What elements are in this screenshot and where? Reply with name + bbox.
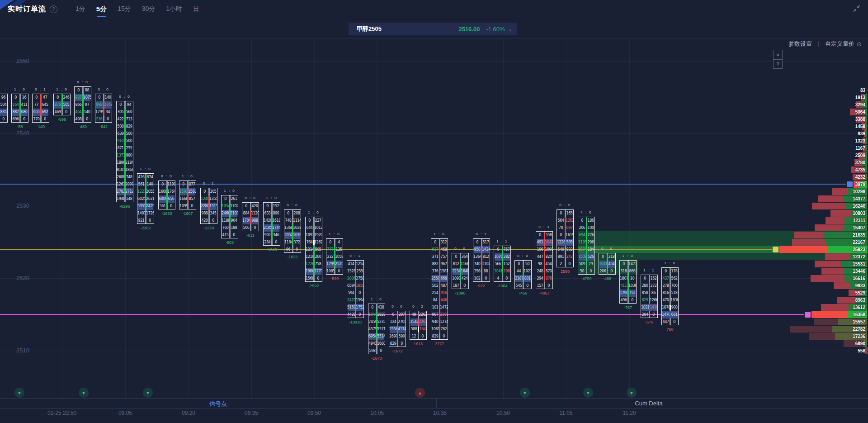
- bid-volume-cell: 740: [473, 261, 481, 268]
- bid-volume-cell: 1407: [137, 210, 145, 217]
- signal-marker-down[interactable]: ▼: [520, 388, 530, 398]
- profile-volume-value: 3388: [855, 116, 865, 123]
- ask-volume-cell: 2007: [125, 181, 133, 188]
- bid-volume-cell: 1948: [117, 195, 124, 203]
- ask-volume-cell: 96: [0, 94, 7, 101]
- bid-volume-cell: 6954: [368, 333, 376, 340]
- ask-volume-cell: 1515: [209, 203, 217, 210]
- time-axis-label: 02-25 22:50: [47, 410, 76, 416]
- ask-volume-cell: 88: [482, 268, 490, 275]
- bid-volume-cell: 639: [117, 130, 124, 138]
- ask-volume-cell: 757: [503, 246, 510, 253]
- bid-volume-cell: 470: [662, 297, 670, 304]
- param-settings-button[interactable]: 参数设置: [788, 40, 812, 48]
- bid-volume-cell: 958: [473, 246, 481, 253]
- bid-volume-cell: 0: [662, 268, 670, 275]
- ask-volume-cell: 276: [587, 232, 594, 239]
- ask-volume-cell: 1027: [524, 268, 531, 275]
- footprint-candle: 0438104418282459523545795571695455144941…: [368, 304, 385, 354]
- ask-volume-cell: 79: [587, 261, 594, 268]
- tab-timeframe-1[interactable]: 5分: [96, 3, 107, 15]
- ask-volume-cell: 188: [230, 224, 238, 232]
- bid-volume-cell: 0: [117, 101, 124, 109]
- collapse-icon[interactable]: [852, 4, 862, 14]
- footprint-candle: 0161644118876806960: [11, 94, 28, 123]
- profile-buy-bar: [866, 116, 867, 123]
- ask-volume-cell: 1568: [188, 188, 196, 195]
- signal-marker-up[interactable]: ▲: [415, 388, 425, 398]
- ask-volume-cell: 2184: [125, 159, 133, 166]
- bid-volume-cell: 1668: [179, 195, 187, 203]
- ask-volume-cell: 86: [650, 290, 657, 297]
- panel-help-button[interactable]: ?: [773, 59, 783, 69]
- bid-volume-cell: 422: [117, 116, 124, 123]
- ask-volume-cell: 242: [566, 253, 573, 261]
- bid-volume-cell: 447: [662, 318, 670, 326]
- ask-volume-cell: 1355: [209, 195, 217, 203]
- bid-volume-cell: 594: [347, 290, 355, 297]
- signal-panel-label[interactable]: 信号点: [0, 400, 436, 408]
- bid-volume-cell: 294: [536, 275, 544, 282]
- ask-volume-cell: 0: [650, 311, 657, 318]
- ask-volume-cell: 748: [125, 174, 133, 181]
- profile-sell-bar: [794, 232, 823, 238]
- stacked-imbalance-ratio: 0 : 0: [279, 203, 306, 207]
- signal-marker-down[interactable]: ▼: [14, 388, 24, 398]
- bid-volume-cell: 644: [306, 224, 313, 232]
- ask-volume-cell: 692: [41, 109, 49, 116]
- tab-timeframe-0[interactable]: 1分: [75, 3, 85, 15]
- ask-volume-cell: 164: [419, 326, 426, 333]
- footprint-candle: 0152280272858868291266102114192040: [641, 275, 658, 318]
- profile-sell-bar: [818, 195, 843, 202]
- price-axis-label: 2530: [16, 202, 29, 209]
- tab-timeframe-4[interactable]: 1小时: [166, 3, 182, 15]
- bid-volume-cell: 0: [54, 94, 61, 101]
- signal-marker-down[interactable]: ▼: [627, 388, 637, 398]
- footprint-candle: 4129688050412468357020: [0, 94, 8, 123]
- chevron-down-icon[interactable]: ⌄: [509, 27, 512, 32]
- profile-sell-bar: [821, 268, 844, 275]
- bid-volume-cell: 1021: [641, 304, 649, 311]
- bid-volume-cell: 1364: [473, 253, 481, 261]
- expand-panel-button[interactable]: >: [773, 50, 783, 59]
- bid-volume-cell: 49: [410, 311, 418, 318]
- bid-volume-cell: 748: [284, 217, 292, 224]
- ask-volume-cell: 1042: [545, 239, 552, 246]
- ask-volume-cell: 152: [503, 261, 510, 268]
- tab-timeframe-2[interactable]: 15分: [118, 3, 131, 15]
- ask-volume-cell: 1262: [314, 239, 322, 246]
- signal-marker-down[interactable]: ▼: [583, 388, 593, 398]
- footprint-candle: 49226225422267588164120: [410, 311, 427, 340]
- candle-delta-label: -1088: [444, 291, 476, 295]
- custom-volume-price-button[interactable]: 自定义量价 ⊙: [825, 40, 862, 48]
- candle-delta-label: -466: [591, 276, 623, 281]
- right-actions: 参数设置 自定义量价 ⊙: [782, 40, 862, 48]
- bid-volume-cell: 6009: [159, 195, 166, 203]
- tab-timeframe-3[interactable]: 30分: [142, 3, 156, 15]
- bid-volume-cell: 437: [662, 275, 670, 282]
- bid-volume-cell: 101: [431, 304, 439, 311]
- footprint-candle: 0517958142413648127401102356881020: [473, 238, 490, 282]
- ask-volume-cell: 346: [272, 232, 280, 239]
- candle-delta-label: -1672: [382, 349, 413, 353]
- signal-marker-down[interactable]: ▼: [79, 388, 89, 398]
- instrument-selector[interactable]: 甲醇2505 2516.00 -1.60% ⌄: [349, 23, 517, 35]
- time-axis-label: 09:35: [245, 410, 258, 416]
- bid-volume-cell: 770: [33, 116, 40, 123]
- signal-marker-down[interactable]: ▼: [143, 388, 153, 398]
- ask-volume-cell: 1166: [461, 261, 468, 268]
- tab-timeframe-5[interactable]: 日: [193, 3, 199, 15]
- bid-volume-cell: 0: [33, 94, 40, 101]
- help-icon[interactable]: ?: [50, 5, 57, 13]
- bid-volume-cell: 812: [452, 261, 460, 268]
- cum-delta-panel-label[interactable]: Cum Delta: [436, 400, 861, 407]
- footprint-candle: 0261105417022466210811889047601884150: [221, 195, 238, 238]
- time-axis-label: 10:05: [370, 410, 384, 416]
- ask-volume-cell: 2267: [419, 318, 426, 326]
- ask-volume-cell: 1619: [566, 232, 573, 239]
- bid-volume-cell: 0: [242, 203, 250, 210]
- time-gridline: [503, 38, 504, 398]
- bid-volume-cell: 509: [578, 261, 586, 268]
- bid-volume-cell: 164: [12, 101, 19, 109]
- footprint-candle: 0165564126270697016191226505540932891242…: [557, 209, 574, 267]
